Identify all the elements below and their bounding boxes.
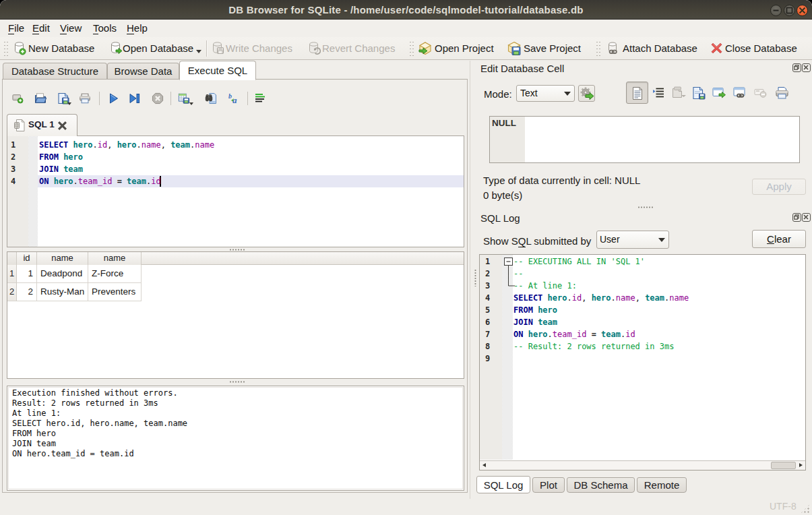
edit-cell-dock-title: Edit Database Cell: [480, 63, 564, 74]
results-table[interactable]: id name name 11DeadpondZ-Force22Rusty-Ma…: [7, 251, 464, 379]
code-line: ON hero.team_id = team.id: [39, 175, 161, 187]
open-sql-file-icon[interactable]: [34, 92, 46, 104]
export-results-dropdown-arrow[interactable]: [189, 102, 193, 105]
find-icon[interactable]: [205, 92, 217, 104]
close-sql-tab-icon[interactable]: [57, 121, 67, 131]
format-sql-icon[interactable]: b a: [228, 92, 240, 104]
main-dock-splitter-handle[interactable]: [474, 269, 476, 286]
clear-log-button[interactable]: Clear: [752, 230, 806, 248]
table-cell[interactable]: Deadpond: [37, 265, 88, 283]
resize-grip[interactable]: [801, 504, 810, 514]
edit-cell-close-button[interactable]: [802, 63, 811, 72]
execution-message-box[interactable]: Execution finished without errors.Result…: [7, 386, 464, 491]
new-database-label[interactable]: New Database: [28, 42, 94, 54]
sql-tab[interactable]: SQL 1: [7, 114, 77, 136]
code-line: SELECT hero.id, hero.name, team.name: [39, 139, 214, 151]
row-header[interactable]: 1: [7, 265, 17, 283]
revert-changes-label[interactable]: Revert Changes: [322, 42, 395, 54]
cell-value-editor[interactable]: NULL: [489, 116, 800, 163]
print-cell-icon[interactable]: [775, 86, 789, 100]
copy-link-icon[interactable]: [733, 87, 747, 99]
table-cell[interactable]: Rusty-Man: [37, 283, 88, 301]
close-button[interactable]: [797, 5, 808, 16]
menu-view[interactable]: View: [60, 22, 82, 34]
scrollbar-thumb[interactable]: [771, 462, 796, 469]
save-project-label[interactable]: Save Project: [524, 42, 581, 54]
tab-database-structure[interactable]: Database Structure: [3, 63, 107, 80]
title-bar[interactable]: DB Browser for SQLite - /home/user/code/…: [0, 0, 812, 20]
save-sql-dropdown-arrow[interactable]: [67, 102, 71, 105]
execute-line-icon[interactable]: [129, 92, 141, 104]
line-number: 2: [485, 268, 490, 280]
open-database-dropdown-arrow[interactable]: [196, 50, 201, 53]
print-sql-icon[interactable]: [79, 92, 91, 104]
code-line: -- EXECUTING ALL IN 'SQL 1': [513, 255, 645, 268]
toolbar-drag-handle-3[interactable]: [596, 40, 600, 57]
bottom-tab-sql-log[interactable]: SQL Log: [476, 476, 530, 493]
tab-execute-sql[interactable]: Execute SQL: [179, 61, 256, 80]
write-changes-label[interactable]: Write Changes: [226, 42, 292, 54]
dock-splitter-handle[interactable]: [637, 206, 654, 208]
sql-log-view[interactable]: 1-- EXECUTING ALL IN 'SQL 1'2--3-- At li…: [479, 254, 806, 471]
code-line: --: [513, 268, 523, 280]
scroll-left-button[interactable]: [480, 461, 489, 470]
line-number: 1: [485, 255, 490, 268]
close-database-label[interactable]: Close Database: [725, 42, 797, 54]
show-sql-label: Show SQL submitted by: [483, 235, 591, 247]
new-sql-tab-icon[interactable]: [12, 92, 24, 104]
mode-combobox[interactable]: Text: [516, 85, 575, 102]
log-horizontal-scrollbar[interactable]: [480, 460, 805, 470]
edit-cell-float-button[interactable]: [792, 63, 801, 72]
encoding-status: UTF-8: [770, 501, 797, 512]
export-results-icon[interactable]: [178, 92, 190, 104]
open-database-label[interactable]: Open Database: [123, 42, 193, 54]
column-header-name-2[interactable]: name: [88, 252, 142, 265]
import-cell-data-icon[interactable]: [671, 86, 686, 100]
maximize-button[interactable]: [784, 5, 795, 16]
bottom-tab-db-schema[interactable]: DB Schema: [567, 477, 635, 493]
column-header-name[interactable]: name: [37, 252, 88, 265]
toolbar-drag-handle-2[interactable]: [409, 40, 414, 57]
table-corner-cell[interactable]: [7, 252, 17, 265]
table-message-splitter[interactable]: [229, 381, 245, 383]
menu-edit[interactable]: Edit: [32, 22, 50, 34]
attach-database-label[interactable]: Attach Database: [623, 42, 697, 54]
sql-log-float-button[interactable]: [792, 213, 801, 222]
maximize-icon: [784, 5, 794, 16]
word-wrap-icon[interactable]: [254, 92, 266, 104]
export-cell-data-icon[interactable]: [692, 86, 706, 100]
sql-log-filter-value: User: [600, 234, 620, 245]
column-header-id[interactable]: id: [17, 252, 37, 265]
table-cell[interactable]: Z-Force: [88, 265, 142, 283]
minimize-button[interactable]: [770, 5, 782, 16]
sql-log-filter-combobox[interactable]: User: [596, 231, 669, 249]
apply-button[interactable]: Apply: [752, 179, 806, 195]
sql-log-close-button[interactable]: [802, 213, 811, 222]
row-header[interactable]: 2: [7, 283, 17, 301]
table-cell[interactable]: 2: [17, 283, 37, 301]
text-mode-button[interactable]: [626, 82, 648, 104]
menu-file[interactable]: File: [8, 22, 24, 34]
bottom-tab-plot[interactable]: Plot: [532, 477, 565, 493]
tab-browse-data[interactable]: Browse Data: [107, 63, 179, 80]
word-wrap-cell-icon[interactable]: [652, 87, 665, 99]
toolbar-drag-handle[interactable]: [3, 40, 8, 57]
message-line: ON hero.team_id = team.id: [12, 449, 134, 459]
bottom-tab-remote[interactable]: Remote: [637, 477, 687, 493]
open-in-external-icon[interactable]: [712, 87, 726, 99]
menu-help[interactable]: Help: [127, 22, 148, 34]
stop-sql-icon[interactable]: [152, 92, 164, 104]
editor-table-splitter[interactable]: [229, 249, 245, 251]
execute-sql-icon[interactable]: [108, 92, 120, 104]
set-null-icon[interactable]: [754, 88, 768, 98]
open-project-label[interactable]: Open Project: [435, 42, 494, 54]
mode-label: Mode:: [484, 88, 512, 100]
code-line: FROM hero: [39, 151, 83, 163]
import-export-settings-button[interactable]: [578, 85, 595, 102]
table-cell[interactable]: Preventers: [88, 283, 142, 301]
menu-tools[interactable]: Tools: [93, 22, 117, 34]
table-cell[interactable]: 1: [17, 265, 37, 283]
scroll-right-button[interactable]: [796, 461, 805, 470]
sql-editor[interactable]: 1SELECT hero.id, hero.name, team.name2FR…: [7, 135, 464, 247]
cell-type-info: Type of data currently in cell: NULL: [483, 175, 640, 186]
